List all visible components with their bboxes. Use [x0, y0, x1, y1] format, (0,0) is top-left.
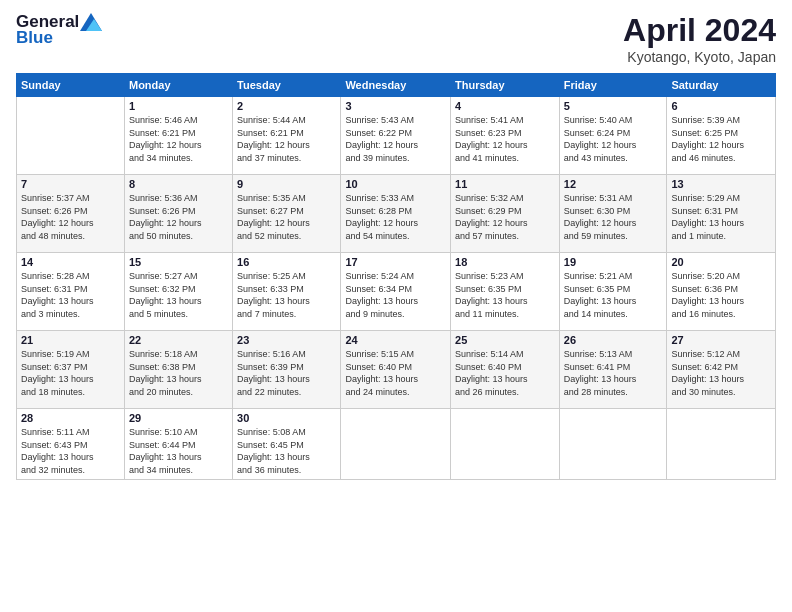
day-number: 24 — [345, 334, 446, 346]
calendar-cell: 21Sunrise: 5:19 AM Sunset: 6:37 PM Dayli… — [17, 331, 125, 409]
month-title: April 2024 — [623, 12, 776, 49]
day-number: 13 — [671, 178, 771, 190]
calendar-cell: 26Sunrise: 5:13 AM Sunset: 6:41 PM Dayli… — [559, 331, 667, 409]
day-number: 4 — [455, 100, 555, 112]
day-number: 30 — [237, 412, 336, 424]
day-info: Sunrise: 5:18 AM Sunset: 6:38 PM Dayligh… — [129, 348, 228, 398]
logo-blue-text: Blue — [16, 28, 53, 48]
day-number: 23 — [237, 334, 336, 346]
day-number: 14 — [21, 256, 120, 268]
logo: General Blue — [16, 12, 102, 48]
calendar-cell: 10Sunrise: 5:33 AM Sunset: 6:28 PM Dayli… — [341, 175, 451, 253]
day-info: Sunrise: 5:11 AM Sunset: 6:43 PM Dayligh… — [21, 426, 120, 476]
day-info: Sunrise: 5:29 AM Sunset: 6:31 PM Dayligh… — [671, 192, 771, 242]
day-info: Sunrise: 5:35 AM Sunset: 6:27 PM Dayligh… — [237, 192, 336, 242]
calendar-cell: 15Sunrise: 5:27 AM Sunset: 6:32 PM Dayli… — [124, 253, 232, 331]
day-number: 27 — [671, 334, 771, 346]
day-info: Sunrise: 5:44 AM Sunset: 6:21 PM Dayligh… — [237, 114, 336, 164]
day-info: Sunrise: 5:40 AM Sunset: 6:24 PM Dayligh… — [564, 114, 663, 164]
day-info: Sunrise: 5:08 AM Sunset: 6:45 PM Dayligh… — [237, 426, 336, 476]
logo-icon — [80, 13, 102, 31]
day-info: Sunrise: 5:46 AM Sunset: 6:21 PM Dayligh… — [129, 114, 228, 164]
col-header-saturday: Saturday — [667, 74, 776, 97]
calendar-cell: 22Sunrise: 5:18 AM Sunset: 6:38 PM Dayli… — [124, 331, 232, 409]
calendar-cell: 6Sunrise: 5:39 AM Sunset: 6:25 PM Daylig… — [667, 97, 776, 175]
day-info: Sunrise: 5:27 AM Sunset: 6:32 PM Dayligh… — [129, 270, 228, 320]
calendar-cell — [341, 409, 451, 480]
day-number: 12 — [564, 178, 663, 190]
calendar-table: SundayMondayTuesdayWednesdayThursdayFrid… — [16, 73, 776, 480]
calendar-cell: 3Sunrise: 5:43 AM Sunset: 6:22 PM Daylig… — [341, 97, 451, 175]
col-header-monday: Monday — [124, 74, 232, 97]
calendar-cell: 5Sunrise: 5:40 AM Sunset: 6:24 PM Daylig… — [559, 97, 667, 175]
day-info: Sunrise: 5:23 AM Sunset: 6:35 PM Dayligh… — [455, 270, 555, 320]
calendar-cell: 25Sunrise: 5:14 AM Sunset: 6:40 PM Dayli… — [451, 331, 560, 409]
col-header-thursday: Thursday — [451, 74, 560, 97]
col-header-friday: Friday — [559, 74, 667, 97]
day-info: Sunrise: 5:41 AM Sunset: 6:23 PM Dayligh… — [455, 114, 555, 164]
day-number: 8 — [129, 178, 228, 190]
title-area: April 2024 Kyotango, Kyoto, Japan — [623, 12, 776, 65]
calendar-cell: 18Sunrise: 5:23 AM Sunset: 6:35 PM Dayli… — [451, 253, 560, 331]
calendar-cell: 11Sunrise: 5:32 AM Sunset: 6:29 PM Dayli… — [451, 175, 560, 253]
day-info: Sunrise: 5:12 AM Sunset: 6:42 PM Dayligh… — [671, 348, 771, 398]
calendar-week-3: 14Sunrise: 5:28 AM Sunset: 6:31 PM Dayli… — [17, 253, 776, 331]
day-number: 16 — [237, 256, 336, 268]
calendar-cell: 19Sunrise: 5:21 AM Sunset: 6:35 PM Dayli… — [559, 253, 667, 331]
calendar-week-5: 28Sunrise: 5:11 AM Sunset: 6:43 PM Dayli… — [17, 409, 776, 480]
day-info: Sunrise: 5:14 AM Sunset: 6:40 PM Dayligh… — [455, 348, 555, 398]
day-info: Sunrise: 5:39 AM Sunset: 6:25 PM Dayligh… — [671, 114, 771, 164]
col-header-wednesday: Wednesday — [341, 74, 451, 97]
day-number: 22 — [129, 334, 228, 346]
day-info: Sunrise: 5:36 AM Sunset: 6:26 PM Dayligh… — [129, 192, 228, 242]
day-info: Sunrise: 5:15 AM Sunset: 6:40 PM Dayligh… — [345, 348, 446, 398]
day-number: 29 — [129, 412, 228, 424]
calendar-week-4: 21Sunrise: 5:19 AM Sunset: 6:37 PM Dayli… — [17, 331, 776, 409]
page-header: General Blue April 2024 Kyotango, Kyoto,… — [16, 12, 776, 65]
calendar-cell: 20Sunrise: 5:20 AM Sunset: 6:36 PM Dayli… — [667, 253, 776, 331]
day-info: Sunrise: 5:28 AM Sunset: 6:31 PM Dayligh… — [21, 270, 120, 320]
calendar-header-row: SundayMondayTuesdayWednesdayThursdayFrid… — [17, 74, 776, 97]
day-info: Sunrise: 5:37 AM Sunset: 6:26 PM Dayligh… — [21, 192, 120, 242]
day-number: 11 — [455, 178, 555, 190]
calendar-week-2: 7Sunrise: 5:37 AM Sunset: 6:26 PM Daylig… — [17, 175, 776, 253]
day-info: Sunrise: 5:16 AM Sunset: 6:39 PM Dayligh… — [237, 348, 336, 398]
day-info: Sunrise: 5:24 AM Sunset: 6:34 PM Dayligh… — [345, 270, 446, 320]
day-number: 2 — [237, 100, 336, 112]
day-number: 28 — [21, 412, 120, 424]
day-number: 17 — [345, 256, 446, 268]
calendar-cell: 7Sunrise: 5:37 AM Sunset: 6:26 PM Daylig… — [17, 175, 125, 253]
calendar-week-1: 1Sunrise: 5:46 AM Sunset: 6:21 PM Daylig… — [17, 97, 776, 175]
page-container: General Blue April 2024 Kyotango, Kyoto,… — [0, 0, 792, 488]
col-header-sunday: Sunday — [17, 74, 125, 97]
calendar-cell: 17Sunrise: 5:24 AM Sunset: 6:34 PM Dayli… — [341, 253, 451, 331]
calendar-cell: 4Sunrise: 5:41 AM Sunset: 6:23 PM Daylig… — [451, 97, 560, 175]
day-number: 21 — [21, 334, 120, 346]
day-number: 18 — [455, 256, 555, 268]
day-number: 9 — [237, 178, 336, 190]
day-info: Sunrise: 5:13 AM Sunset: 6:41 PM Dayligh… — [564, 348, 663, 398]
day-number: 3 — [345, 100, 446, 112]
day-info: Sunrise: 5:43 AM Sunset: 6:22 PM Dayligh… — [345, 114, 446, 164]
calendar-cell: 2Sunrise: 5:44 AM Sunset: 6:21 PM Daylig… — [233, 97, 341, 175]
day-number: 25 — [455, 334, 555, 346]
day-number: 10 — [345, 178, 446, 190]
calendar-cell: 8Sunrise: 5:36 AM Sunset: 6:26 PM Daylig… — [124, 175, 232, 253]
day-number: 6 — [671, 100, 771, 112]
calendar-cell: 1Sunrise: 5:46 AM Sunset: 6:21 PM Daylig… — [124, 97, 232, 175]
calendar-cell — [451, 409, 560, 480]
day-info: Sunrise: 5:20 AM Sunset: 6:36 PM Dayligh… — [671, 270, 771, 320]
day-number: 5 — [564, 100, 663, 112]
day-info: Sunrise: 5:25 AM Sunset: 6:33 PM Dayligh… — [237, 270, 336, 320]
calendar-cell: 16Sunrise: 5:25 AM Sunset: 6:33 PM Dayli… — [233, 253, 341, 331]
calendar-cell: 28Sunrise: 5:11 AM Sunset: 6:43 PM Dayli… — [17, 409, 125, 480]
day-number: 15 — [129, 256, 228, 268]
day-number: 19 — [564, 256, 663, 268]
day-number: 20 — [671, 256, 771, 268]
calendar-cell: 13Sunrise: 5:29 AM Sunset: 6:31 PM Dayli… — [667, 175, 776, 253]
calendar-cell — [17, 97, 125, 175]
calendar-cell: 14Sunrise: 5:28 AM Sunset: 6:31 PM Dayli… — [17, 253, 125, 331]
day-info: Sunrise: 5:31 AM Sunset: 6:30 PM Dayligh… — [564, 192, 663, 242]
calendar-cell — [667, 409, 776, 480]
calendar-cell: 23Sunrise: 5:16 AM Sunset: 6:39 PM Dayli… — [233, 331, 341, 409]
